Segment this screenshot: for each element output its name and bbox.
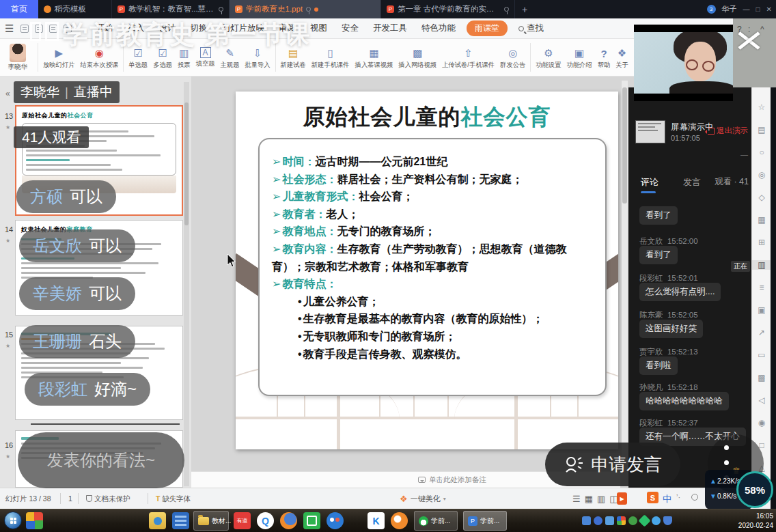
- slideshow-button[interactable]: ▶: [617, 492, 627, 505]
- restore-button[interactable]: □: [756, 5, 760, 13]
- star-icon[interactable]: ☆: [752, 102, 771, 112]
- seal-icon[interactable]: ◎: [752, 170, 771, 180]
- chat-message-header: 岳文欣 15:52:00: [639, 236, 698, 247]
- sogou-input-icon[interactable]: S: [647, 492, 659, 503]
- minimize-button[interactable]: —: [743, 5, 750, 13]
- tab-watching[interactable]: 观看 · 41: [715, 176, 749, 188]
- chart-icon[interactable]: ▥: [752, 260, 771, 270]
- orange-browser-icon[interactable]: [391, 512, 408, 529]
- taskbar-window-folder[interactable]: 教材...: [193, 511, 229, 531]
- taskbar-window-qq[interactable]: 学前...: [414, 511, 458, 531]
- panel-collapse-arrow[interactable]: «: [5, 89, 10, 98]
- menu-security[interactable]: 安全: [342, 23, 359, 34]
- close-overlay-icon[interactable]: [736, 30, 761, 51]
- image-icon[interactable]: ▩: [752, 373, 771, 382]
- taskbar-app-icon[interactable]: [26, 512, 43, 529]
- youdao-icon[interactable]: 有道: [234, 512, 251, 529]
- record-icon[interactable]: ◉: [752, 418, 771, 428]
- ribbon-btn-insert-mooc-video[interactable]: ▦插入慕课视频: [352, 40, 396, 74]
- layers-icon[interactable]: ▤: [752, 125, 771, 135]
- menu-devtools[interactable]: 开发工具: [373, 23, 407, 34]
- tab-pdf-2[interactable]: P 第一章 古代学前教育的实施.pdf: [381, 0, 515, 18]
- panel-minimize[interactable]: —: [740, 150, 748, 158]
- blue-circles-app-icon[interactable]: [327, 512, 344, 529]
- ribbon-btn-help[interactable]: ?帮助: [595, 40, 613, 74]
- tray-icon[interactable]: [638, 514, 650, 527]
- tray-icon[interactable]: [628, 516, 637, 525]
- menu-features[interactable]: 特色功能: [421, 23, 456, 34]
- table-icon[interactable]: ▦: [752, 215, 771, 225]
- slides-icon[interactable]: ▣: [752, 305, 771, 315]
- doc-protection[interactable]: 文档未保护: [86, 494, 130, 504]
- ribbon-btn-upload-courseware[interactable]: ⇧上传试卷/手机课件: [439, 40, 497, 74]
- share-icon[interactable]: ↗: [752, 328, 771, 337]
- user-avatar-block[interactable]: 李晓华: [0, 44, 36, 72]
- firefox-icon[interactable]: [280, 512, 297, 529]
- diamond-icon[interactable]: ◇: [752, 193, 771, 202]
- ribbon-btn-insert-web-video[interactable]: ▩插入网络视频: [396, 40, 439, 74]
- hamburger-icon[interactable]: ☰: [5, 23, 14, 35]
- ribbon-btn-settings[interactable]: ⚙功能设置: [533, 40, 564, 74]
- phone-doc-icon: ▯: [328, 46, 333, 59]
- ribbon-btn-new-mobile-courseware[interactable]: ▯新建手机课件: [309, 40, 352, 74]
- k-app-icon[interactable]: K: [368, 512, 385, 529]
- side-tooltip: 正在: [731, 261, 750, 272]
- tab-speak[interactable]: 发言: [683, 176, 701, 188]
- tray-icon[interactable]: [582, 516, 591, 525]
- tab-comments[interactable]: 评论: [641, 176, 659, 188]
- thumbnail-scrollbar[interactable]: [184, 82, 189, 486]
- wps-side-toolbar: ☆ ▤ ○ ◎ ◇ ▦ ⊞ ▥ ≡ ▣ ↗ ▭ ▩ ◁ ◉ □ △: [751, 87, 771, 488]
- start-button[interactable]: [4, 512, 22, 529]
- notification-badge[interactable]: 3: [707, 5, 716, 14]
- missing-fonts[interactable]: T 缺失字体: [156, 494, 191, 504]
- speaker-icon[interactable]: ◁: [752, 395, 771, 405]
- close-button[interactable]: ✕: [766, 5, 772, 13]
- ribbon-btn-announcement[interactable]: ◎群发公告: [497, 40, 528, 74]
- ribbon-btn-about[interactable]: ❖关于: [613, 40, 631, 74]
- tab-pdf-1[interactable]: P 教学机智：教育智...慧(1).pdf: [112, 0, 230, 18]
- new-tab-button[interactable]: +: [515, 0, 534, 18]
- ribbon-btn-intro[interactable]: ▣功能介绍: [564, 40, 594, 74]
- taskbar-clock[interactable]: 16:052020-02-24: [738, 512, 773, 531]
- browser-q-icon[interactable]: Q: [257, 512, 274, 529]
- sliders-icon[interactable]: ≡: [752, 283, 771, 292]
- info-doc-icon: ▣: [574, 46, 584, 59]
- bullet-edu-form: ➢儿童教育形式：社会公育；: [272, 188, 594, 206]
- apps-grid-icon[interactable]: ⊞: [752, 238, 771, 247]
- network-folder-icon[interactable]: [149, 512, 166, 529]
- input-lang-icon[interactable]: 中: [663, 493, 671, 505]
- tab-ppt-active[interactable]: P 学前教育史1.ppt: [230, 0, 381, 18]
- tray-icon[interactable]: [617, 516, 626, 525]
- monitor-icon[interactable]: ▭: [752, 350, 771, 360]
- find-button[interactable]: 查找: [518, 23, 544, 34]
- exit-presentation-button[interactable]: 退出演示: [708, 126, 748, 136]
- tray-shield-icon[interactable]: [663, 516, 672, 525]
- tab-docer[interactable]: 稻壳模板: [38, 0, 112, 18]
- taskbar-window-wps[interactable]: P学前...: [463, 511, 507, 531]
- screen-share-thumbnail[interactable]: [635, 120, 665, 143]
- tray-icon[interactable]: [605, 516, 614, 525]
- view-mode-buttons[interactable]: ☰▦▥◫: [572, 494, 622, 504]
- danmaku-input[interactable]: 发表你的看法~: [18, 432, 184, 488]
- tab-home[interactable]: 首页: [0, 0, 38, 18]
- save-icon[interactable]: [20, 25, 29, 33]
- menu-view[interactable]: 视图: [310, 23, 327, 34]
- request-speak-button[interactable]: 申请发言: [545, 443, 680, 486]
- teacher-webcam-video[interactable]: [634, 25, 733, 101]
- canvas-scrollbar[interactable]: [622, 81, 628, 470]
- input-punct-icon[interactable]: ’·: [676, 493, 680, 501]
- beautify-button[interactable]: ❖ 一键美化 ▾: [400, 494, 446, 504]
- account-name[interactable]: 华子: [722, 4, 737, 14]
- bullet-educator: ➢教育者：老人；: [272, 206, 594, 223]
- scrollbar-thumb[interactable]: [184, 102, 189, 225]
- shapes-icon[interactable]: ○: [752, 148, 771, 157]
- green-app-icon[interactable]: [303, 512, 320, 529]
- input-settings-icon[interactable]: [691, 494, 698, 501]
- media-app-icon[interactable]: [172, 512, 189, 529]
- rain-classroom-tab[interactable]: 雨课堂: [467, 20, 508, 36]
- tray-icon[interactable]: [652, 516, 661, 525]
- optimization-score-badge[interactable]: 58%: [736, 471, 773, 508]
- current-slide[interactable]: 原始社会儿童的社会公育 ➢时间：远古时期——公元前21世纪 ➢社会形态：群居社: [236, 92, 618, 449]
- tray-icon[interactable]: [594, 516, 602, 525]
- scrollbar-thumb[interactable]: [622, 87, 627, 204]
